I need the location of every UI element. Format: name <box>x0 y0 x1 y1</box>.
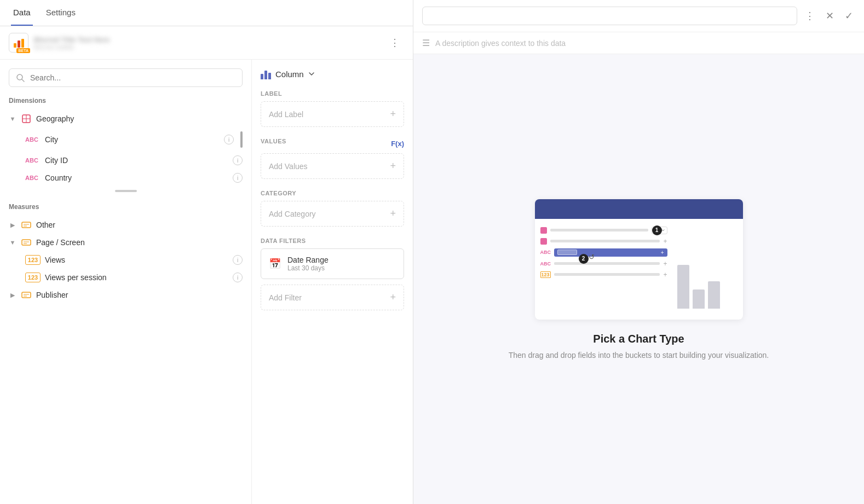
chart-title-input[interactable] <box>422 7 797 25</box>
info-city-id[interactable]: i <box>233 155 243 165</box>
description-bar[interactable]: ☰ A description gives context to this da… <box>413 32 864 54</box>
fx-button[interactable]: F(x) <box>391 140 404 148</box>
filter-title: Date Range <box>287 256 329 264</box>
calendar-icon: 📅 <box>269 258 281 270</box>
svg-rect-12 <box>22 292 31 298</box>
tab-data[interactable]: Data <box>11 0 33 26</box>
field-list: Dimensions ▼ Geography ABC City i <box>0 60 252 504</box>
chevron-other: ▶ <box>9 222 16 229</box>
search-box[interactable] <box>9 68 243 87</box>
publisher-icon <box>21 289 32 300</box>
field-name-city: City <box>45 135 220 144</box>
group-publisher[interactable]: ▶ Publisher <box>9 286 243 304</box>
group-geography[interactable]: ▼ Geography <box>9 110 243 128</box>
preview-line-3 <box>554 262 660 265</box>
header-sub-title: Blurred subtitle <box>34 44 385 50</box>
measures-label: Measures <box>9 203 243 211</box>
geography-group-name: Geography <box>36 114 74 123</box>
add-category-text: Add Category <box>269 210 316 218</box>
preview-row-5: 123 + <box>540 271 667 279</box>
tab-settings[interactable]: Settings <box>44 0 78 26</box>
add-category-button[interactable]: Add Category + <box>261 201 404 227</box>
close-button[interactable]: ✕ <box>823 8 836 24</box>
add-category-plus-icon: + <box>390 208 396 219</box>
field-country[interactable]: ABC Country i <box>9 169 243 187</box>
preview-plus-1: + <box>663 237 667 245</box>
preview-plus-3: + <box>663 271 667 279</box>
info-city[interactable]: i <box>224 135 234 144</box>
right-panel: ⋮ ✕ ✓ ☰ A description gives context to t… <box>413 0 864 504</box>
top-bar-actions: ⋮ ✕ ✓ <box>803 8 855 24</box>
add-label-button[interactable]: Add Label + <box>261 101 404 127</box>
filter-text: Date Range Last 30 days <box>287 256 329 272</box>
svg-rect-0 <box>14 43 16 48</box>
values-section: VALUES F(x) Add Values + <box>261 138 404 179</box>
add-label-plus-icon: + <box>390 108 396 120</box>
dimensions-label: Dimensions <box>9 97 243 105</box>
bar-1 <box>677 265 689 309</box>
chevron-down-icon <box>308 71 315 77</box>
other-group-name: Other <box>36 221 55 229</box>
add-filter-button[interactable]: Add Filter + <box>261 285 404 310</box>
add-values-text: Add Values <box>269 162 308 171</box>
chart-preview-header <box>535 199 743 219</box>
preview-row-1 <box>540 227 667 234</box>
field-type-country: ABC <box>25 175 41 181</box>
header-bar: BETA Blurred Title Text Here Blurred sub… <box>0 26 413 60</box>
more-options-button[interactable]: ⋮ <box>803 8 817 24</box>
description-lines-icon: ☰ <box>422 38 430 48</box>
group-other[interactable]: ▶ Other <box>9 216 243 234</box>
chart-type-label: Column <box>275 69 304 79</box>
info-views-per-session[interactable]: i <box>233 273 243 282</box>
info-views[interactable]: i <box>233 255 243 265</box>
field-type-views: 123 <box>25 255 41 265</box>
info-country[interactable]: i <box>233 173 243 183</box>
search-icon <box>16 73 25 82</box>
geography-icon <box>21 113 32 124</box>
chevron-geography: ▼ <box>9 115 16 122</box>
field-views[interactable]: 123 Views i <box>9 251 243 269</box>
beta-badge: BETA <box>16 48 30 53</box>
bar-2 <box>693 289 705 309</box>
field-city-id[interactable]: ABC City ID i <box>9 152 243 169</box>
label-section: LABEL Add Label + <box>261 90 404 127</box>
svg-rect-1 <box>18 40 20 48</box>
values-section-title: VALUES <box>261 138 286 144</box>
more-icon: ⋮ <box>805 10 815 22</box>
preview-inner-plus: + <box>661 250 664 256</box>
filters-section-title: DATA FILTERS <box>261 237 404 244</box>
preview-inner-box <box>557 250 577 255</box>
badge-1: 1 <box>652 225 662 235</box>
confirm-button[interactable]: ✓ <box>843 8 855 24</box>
field-views-per-session[interactable]: 123 Views per session i <box>9 269 243 286</box>
close-icon: ✕ <box>826 10 834 22</box>
header-title: Blurred Title Text Here Blurred subtitle <box>34 36 385 50</box>
preview-abc-label-2: ABC <box>540 261 551 267</box>
add-values-button[interactable]: Add Values + <box>261 153 404 179</box>
search-input[interactable] <box>30 73 235 82</box>
preview-pink-icon-2 <box>540 238 547 245</box>
check-icon: ✓ <box>845 10 853 22</box>
chart-preview-container: + ABC + ABC <box>535 199 743 320</box>
values-header: VALUES F(x) <box>261 138 404 149</box>
header-more-button[interactable]: ⋮ <box>385 34 404 51</box>
chevron-page-screen: ▼ <box>9 239 16 246</box>
pick-chart-title: Pick a Chart Type <box>593 333 684 345</box>
preview-pink-icon-1 <box>540 227 547 234</box>
date-range-filter[interactable]: 📅 Date Range Last 30 days <box>261 248 404 279</box>
chart-type-selector[interactable]: Column <box>261 68 404 79</box>
group-page-screen[interactable]: ▼ Page / Screen <box>9 234 243 251</box>
left-content: Dimensions ▼ Geography ABC City i <box>0 60 413 504</box>
field-type-city-id: ABC <box>25 157 41 164</box>
drag-handle-city[interactable] <box>240 131 243 148</box>
filters-section: DATA FILTERS 📅 Date Range Last 30 days A… <box>261 237 404 310</box>
tabs: Data Settings <box>0 0 413 26</box>
filter-subtitle: Last 30 days <box>287 264 329 272</box>
field-city[interactable]: ABC City i <box>9 128 243 152</box>
page-screen-group-name: Page / Screen <box>36 238 85 247</box>
svg-rect-9 <box>22 240 31 245</box>
chevron-publisher: ▶ <box>9 292 16 299</box>
chart-bars <box>672 224 738 314</box>
publisher-group-name: Publisher <box>36 291 68 299</box>
bar-3 <box>708 281 720 309</box>
